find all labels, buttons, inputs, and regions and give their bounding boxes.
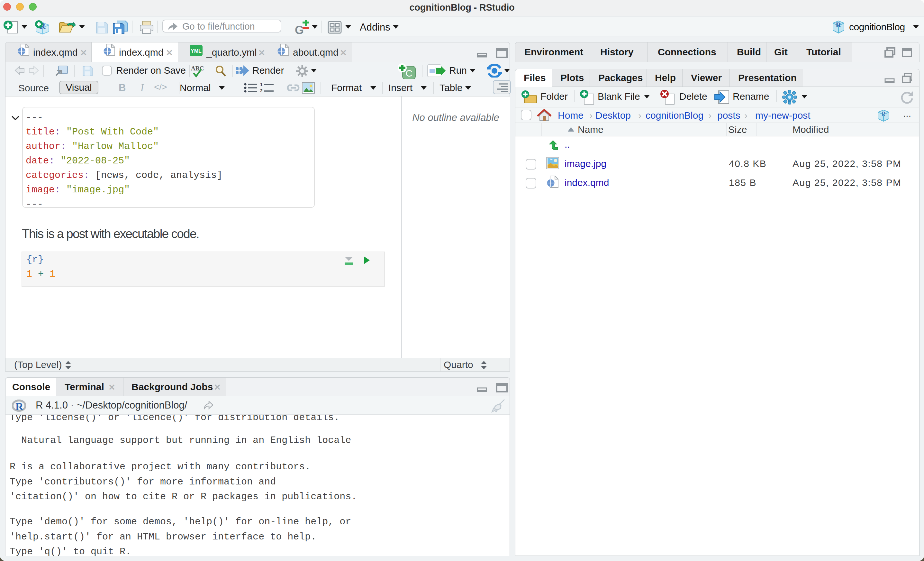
svg-text:1: 1	[260, 83, 262, 87]
svg-text:G: G	[295, 24, 304, 35]
svg-text:ABC: ABC	[191, 65, 204, 72]
svg-text:R: R	[15, 400, 24, 412]
svg-text:C: C	[405, 68, 412, 78]
svg-text:YML: YML	[190, 48, 202, 54]
svg-text:R: R	[836, 21, 842, 29]
svg-text:R: R	[881, 110, 886, 117]
svg-text:2: 2	[260, 88, 262, 93]
